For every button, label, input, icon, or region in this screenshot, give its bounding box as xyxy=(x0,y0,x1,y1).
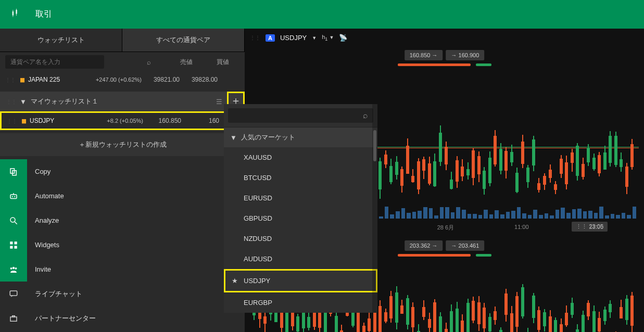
market-item[interactable]: EURUSD xyxy=(224,188,377,208)
instrument-buy[interactable]: 39828.00 xyxy=(184,76,218,83)
action-label: Analyze xyxy=(27,216,59,224)
new-watchlist-button[interactable]: ＋新規ウォッチリストの作成 xyxy=(0,133,245,156)
action-analyze[interactable]: Analyze xyxy=(0,208,245,233)
grid-icon xyxy=(0,233,27,257)
svg-rect-13 xyxy=(15,241,17,244)
market-dropdown-title: 人気のマーケット xyxy=(241,133,295,142)
chart-toolbar: ⋮⋮ A USDJPY ▼ h1 ▼ 📡 xyxy=(245,29,644,47)
ask-bar xyxy=(476,63,491,66)
market-item[interactable]: XAUUSD xyxy=(224,147,377,168)
app-header: 取引 xyxy=(0,0,644,29)
watchlist-item-change: +8.2 (+0.05%) xyxy=(83,118,143,124)
column-buy: 買値 xyxy=(198,58,229,67)
scrollbar-track[interactable] xyxy=(372,104,377,313)
action-partner[interactable]: パートナーセンター xyxy=(0,306,245,330)
sidebar: ウォッチリスト すべての通貨ペア ⌕ 売値 買値 ⋮⋮ ▮▮ JAPAN 225… xyxy=(0,29,245,332)
search-input[interactable] xyxy=(5,55,104,69)
bid-bar xyxy=(398,254,471,257)
drag-handle-icon[interactable]: ⋮⋮ xyxy=(5,77,16,83)
svg-point-7 xyxy=(12,196,13,197)
watchlist-item-buy[interactable]: 160 xyxy=(185,117,219,124)
magnify-icon xyxy=(0,208,27,233)
svg-point-16 xyxy=(12,266,15,269)
spread-indicator xyxy=(398,254,491,257)
search-icon[interactable]: ⌕ xyxy=(363,111,368,120)
people-icon xyxy=(0,257,27,282)
market-item[interactable]: AUDUSD xyxy=(224,249,377,269)
market-item-selected[interactable]: ★USDJPY xyxy=(224,269,377,292)
instrument-row[interactable]: ⋮⋮ ▮▮ JAPAN 225 +247.00 (+0.62%) 39821.0… xyxy=(0,72,245,87)
svg-rect-15 xyxy=(15,246,17,248)
svg-rect-21 xyxy=(12,315,15,316)
svg-rect-12 xyxy=(10,241,12,244)
svg-point-18 xyxy=(15,267,17,269)
search-row: ⌕ 売値 買値 xyxy=(0,52,245,72)
market-item[interactable]: BTCUSD xyxy=(224,168,377,188)
star-icon[interactable]: ★ xyxy=(232,277,238,285)
svg-point-8 xyxy=(14,196,15,197)
chevron-down-icon[interactable]: ▼ xyxy=(312,35,317,41)
scrollbar-thumb[interactable] xyxy=(373,130,376,161)
price-badges: 203.362 → → 203.461 xyxy=(405,240,485,251)
chevron-down-icon[interactable]: ▼ xyxy=(20,98,27,106)
chevron-down-icon: ▼ xyxy=(230,134,237,142)
pause-icon: ▮▮ xyxy=(20,76,24,83)
svg-rect-19 xyxy=(10,291,17,296)
action-invite[interactable]: Invite xyxy=(0,257,245,282)
market-search-row: ⌕ xyxy=(224,104,377,127)
instrument-name: JAPAN 225 xyxy=(28,76,78,83)
action-label: Copy xyxy=(27,168,50,175)
action-label: パートナーセンター xyxy=(27,314,96,323)
bid-badge[interactable]: 203.362 → xyxy=(405,240,443,251)
ask-bar xyxy=(476,254,491,257)
account-badge[interactable]: A xyxy=(266,34,275,42)
market-item[interactable]: NZDUSD xyxy=(224,228,377,249)
watchlist-item-row[interactable]: ⋮⋮ ▮▮ USDJPY +8.2 (+0.05%) 160.850 160 xyxy=(0,111,245,130)
svg-rect-3 xyxy=(16,9,17,16)
market-search-input[interactable] xyxy=(228,108,373,123)
action-live-chat[interactable]: ライブチャット xyxy=(0,282,245,306)
market-item[interactable]: GBPUSD xyxy=(224,208,377,228)
chart-symbol[interactable]: USDJPY xyxy=(280,34,307,42)
watchlist-item-sell[interactable]: 160.850 xyxy=(147,117,181,124)
time-label: 21:00 xyxy=(589,224,603,232)
market-list: XAUUSD BTCUSD EURUSD GBPUSD NZDUSD AUDUS… xyxy=(224,147,377,313)
price-badges: 160.850 → → 160.900 xyxy=(405,50,485,60)
tab-watchlist[interactable]: ウォッチリスト xyxy=(0,29,122,52)
drag-handle-icon[interactable]: ⋮⋮ xyxy=(250,35,260,41)
market-item[interactable]: EURGBP xyxy=(224,292,377,313)
search-icon[interactable]: ⌕ xyxy=(147,58,151,66)
action-label: Widgets xyxy=(27,241,59,249)
timeframe[interactable]: h1 ▼ xyxy=(322,34,334,42)
action-copy[interactable]: Copy xyxy=(0,159,245,184)
robot-icon xyxy=(0,184,27,208)
watchlist-item-name: USDJPY xyxy=(30,117,79,124)
action-label: ライブチャット xyxy=(27,289,82,299)
drag-handle-icon[interactable]: ⋮⋮ xyxy=(6,99,17,105)
bid-bar xyxy=(398,63,471,66)
watchlist-header[interactable]: ⋮⋮ ▼ マイウォッチリスト１ ☰ xyxy=(0,92,229,111)
ask-badge[interactable]: → 160.900 xyxy=(446,50,485,60)
candlestick-icon xyxy=(10,8,20,20)
signal-icon[interactable]: 📡 xyxy=(339,34,347,42)
pause-icon: ▮▮ xyxy=(21,118,26,124)
action-automate[interactable]: Automate xyxy=(0,184,245,208)
column-sell: 売値 xyxy=(161,58,193,67)
time-label: 28 6月 xyxy=(437,224,454,232)
action-label: Automate xyxy=(27,192,64,200)
tab-all-pairs[interactable]: すべての通貨ペア xyxy=(122,29,245,52)
market-dropdown-header[interactable]: ▼ 人気のマーケット xyxy=(224,127,377,147)
market-dropdown: ⌕ ▼ 人気のマーケット XAUUSD BTCUSD EURUSD GBPUSD… xyxy=(224,104,377,313)
svg-point-10 xyxy=(10,218,15,222)
instrument-sell[interactable]: 39821.00 xyxy=(146,76,180,83)
watchlist-title: マイウォッチリスト１ xyxy=(31,97,216,106)
svg-point-17 xyxy=(10,267,12,269)
menu-icon[interactable]: ☰ xyxy=(216,98,222,106)
action-widgets[interactable]: Widgets xyxy=(0,233,245,257)
svg-rect-1 xyxy=(13,10,14,17)
svg-line-11 xyxy=(15,222,17,224)
ask-badge[interactable]: → 203.461 xyxy=(446,240,485,251)
bid-badge[interactable]: 160.850 → xyxy=(405,50,443,60)
drag-handle-icon[interactable]: ⋮⋮ xyxy=(7,118,17,124)
action-list: Copy Automate Analyze Widgets Invite ライブ… xyxy=(0,159,245,330)
